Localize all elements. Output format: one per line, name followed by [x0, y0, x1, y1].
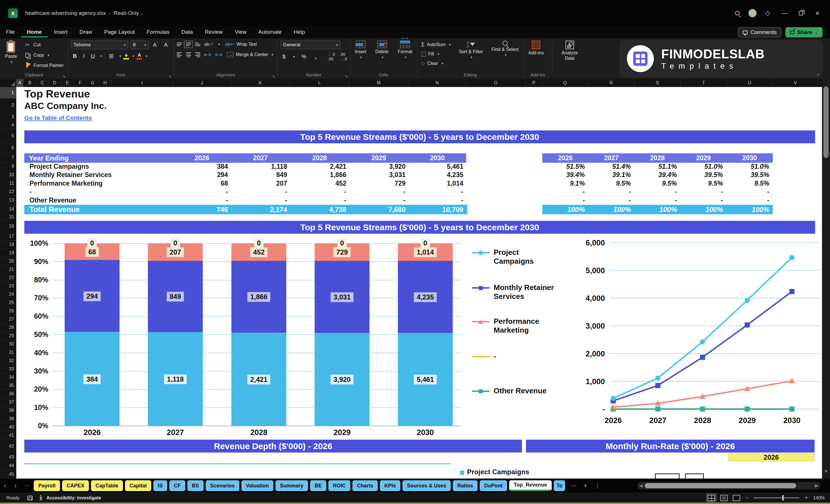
more-tabs-icon[interactable]: ⋯ [567, 482, 580, 490]
sheet-tab-charts[interactable]: Charts [352, 480, 378, 491]
merge-center-button[interactable]: ↔Merge & Center▾ [226, 51, 274, 58]
clear-button[interactable]: ◇Clear▾ [420, 60, 452, 67]
sheet-tab-roic[interactable]: ROIC [328, 480, 350, 491]
bold-button[interactable]: B [71, 52, 79, 60]
autosum-button[interactable]: ΣAutoSum▾ [420, 41, 452, 49]
currency-format-icon[interactable]: $ [280, 53, 287, 60]
cell-value[interactable]: 4,235 [408, 171, 466, 179]
pct-year-header-2026[interactable]: 2026 [542, 154, 588, 162]
row-header-29[interactable]: 29 [0, 332, 16, 340]
column-header-Q[interactable]: Q [542, 79, 588, 87]
menu-tab-view[interactable]: View [229, 27, 253, 37]
row-header-24[interactable]: 24 [0, 290, 16, 298]
row-header-10[interactable]: 10 [0, 171, 16, 179]
restore-button[interactable] [799, 11, 803, 15]
cell-value[interactable]: - [231, 196, 290, 204]
zoom-in-icon[interactable]: + [804, 495, 808, 501]
column-header-M[interactable]: M [349, 79, 408, 87]
cell-value[interactable]: - [408, 188, 466, 196]
analyze-data-button[interactable]: Analyze Data [555, 41, 584, 61]
avatar[interactable] [748, 9, 757, 18]
comma-format-icon[interactable]: , [313, 53, 318, 60]
cell-value[interactable]: 294 [173, 171, 231, 179]
cell-pct[interactable]: 9.5% [680, 180, 727, 187]
increase-indent-icon[interactable]: ≡⇥ [215, 52, 222, 58]
align-center-icon[interactable] [186, 52, 191, 57]
zoom-slider[interactable] [754, 497, 799, 498]
row-header-25[interactable]: 25 [0, 298, 16, 307]
borders-icon[interactable]: ⊞ [107, 52, 116, 60]
row-header-39[interactable]: 39 [0, 415, 16, 423]
menu-tab-help[interactable]: Help [288, 27, 311, 37]
row-header-3[interactable]: 3 [0, 112, 16, 122]
row-header-13[interactable]: 13 [0, 196, 16, 204]
row-header-45[interactable]: 45 [0, 470, 16, 478]
row-header-28[interactable]: 28 [0, 323, 16, 332]
pct-year-header-2029[interactable]: 2029 [680, 154, 727, 162]
sheet-tab-cf[interactable]: CF [169, 480, 185, 491]
cell-pct[interactable]: - [588, 188, 634, 196]
sheet-tab-valuation[interactable]: Valuation [242, 480, 274, 491]
horizontal-scrollbar-thumb[interactable] [645, 483, 796, 488]
row-header-36[interactable]: 36 [0, 390, 16, 398]
column-header-C[interactable]: C [36, 79, 49, 87]
column-header-S[interactable]: S [634, 79, 681, 87]
cell-value[interactable]: 1,866 [290, 171, 349, 179]
row-header-31[interactable]: 31 [0, 348, 16, 357]
column-header-I[interactable]: I [111, 79, 173, 87]
row-header-41[interactable]: 41 [0, 431, 16, 440]
cell-value[interactable]: 729 [349, 180, 408, 187]
font-color-button[interactable]: A [136, 53, 142, 60]
cell-value[interactable]: 207 [231, 180, 290, 187]
sheet-tab-dupont[interactable]: DuPont [480, 480, 507, 491]
format-cells-button[interactable]: ⊢⊣ Format▾ [396, 41, 414, 60]
copy-button[interactable]: Copy▾ [23, 51, 65, 60]
find-select-button[interactable]: Find & Select▾ [490, 41, 520, 57]
row-header-18[interactable]: 18 [0, 241, 16, 249]
italic-button[interactable]: I [81, 52, 86, 60]
pct-year-header-2028[interactable]: 2028 [634, 154, 680, 162]
cell-value[interactable]: - [349, 196, 408, 204]
share-button[interactable]: Share⌄ [786, 27, 823, 37]
row-header-43[interactable]: 43 [0, 453, 16, 461]
column-header-T[interactable]: T [681, 79, 727, 87]
total-value[interactable]: 4,738 [290, 206, 349, 214]
macro-record-icon[interactable] [28, 496, 33, 500]
sheet-tab-top-revenue[interactable]: Top_Revenue [509, 480, 552, 491]
column-header-K[interactable]: K [231, 79, 290, 87]
sheet-tab-kpis[interactable]: KPIs [380, 480, 401, 491]
cell-pct[interactable]: - [634, 196, 680, 204]
row-header-11[interactable]: 11 [0, 179, 16, 188]
cell-pct[interactable]: 39.1% [588, 171, 634, 179]
cell-pct[interactable]: 39.5% [727, 171, 773, 179]
increase-decimal-icon[interactable]: ←.0.00 [328, 52, 335, 61]
row-header-42[interactable]: 42 [0, 440, 16, 453]
decrease-indent-icon[interactable]: ⇤≡ [204, 52, 211, 58]
cell-value[interactable]: 3,920 [349, 163, 408, 170]
insert-cells-button[interactable]: ← Insert▾ [353, 41, 368, 60]
sheet-tab-scenarios[interactable]: Scenarios [205, 480, 240, 491]
column-header-V[interactable]: V [773, 79, 818, 87]
row-header-6[interactable]: 6 [0, 143, 16, 153]
cell-value[interactable]: 452 [290, 180, 349, 187]
column-header-L[interactable]: L [290, 79, 349, 87]
sheet-tab-to[interactable]: To [554, 480, 565, 491]
menu-tab-file[interactable]: File [0, 27, 21, 37]
cell-value[interactable]: - [349, 188, 408, 196]
premium-diamond-icon[interactable]: ◇ [765, 9, 770, 17]
cell-value[interactable]: 849 [231, 171, 290, 179]
column-header-U[interactable]: U [727, 79, 773, 87]
menu-tab-draw[interactable]: Draw [73, 27, 98, 37]
cell-pct[interactable]: - [680, 196, 727, 204]
total-value[interactable]: 746 [173, 206, 231, 214]
column-header-J[interactable]: J [173, 79, 231, 87]
total-value[interactable]: 10,709 [408, 206, 466, 214]
cell-pct[interactable]: - [542, 188, 588, 196]
row-header-9[interactable]: 9 [0, 162, 16, 171]
cell-value[interactable]: - [408, 196, 466, 204]
sheet-tab-ratios[interactable]: Ratios [453, 480, 478, 491]
font-dialog-launcher[interactable]: ↘ [168, 73, 171, 80]
menu-tab-home[interactable]: Home [21, 27, 48, 37]
wrap-text-button[interactable]: ab↩Wrap Text [224, 41, 258, 48]
clipboard-dialog-launcher[interactable]: ↘ [62, 73, 65, 80]
